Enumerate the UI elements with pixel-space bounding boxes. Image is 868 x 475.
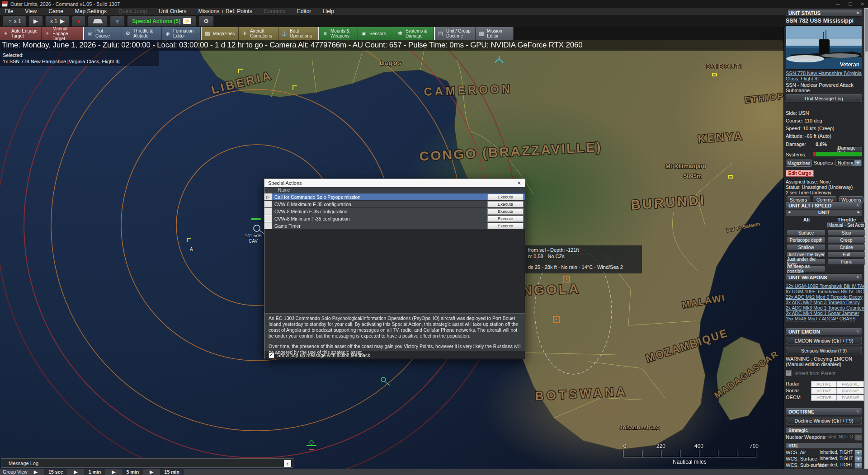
- damage-value: 0,0%: [816, 141, 827, 147]
- ribbon-manual-engage-target[interactable]: ⌖ ManualEngage Target: [42, 27, 83, 40]
- ribbon-unit-group-doctrine[interactable]: ▤ Unit / GroupDoctrine: [434, 27, 476, 40]
- throttle-full-button[interactable]: Full: [827, 251, 865, 258]
- jump-to-button[interactable]: ➤: [110, 16, 125, 27]
- ribbon-mounts-weapons[interactable]: ≡ Mounts &Weapons: [318, 27, 358, 40]
- wcs-surface-dropdown[interactable]: ▾: [854, 456, 862, 462]
- unit-status-header[interactable]: UNIT STATUS «: [786, 9, 862, 17]
- menu-file[interactable]: File: [5, 8, 13, 14]
- interval-1min-button[interactable]: 1 min: [84, 469, 105, 475]
- unit-emcon-header[interactable]: UNIT EMCON «: [786, 328, 862, 335]
- sonar-active-button[interactable]: ACTIVE: [811, 388, 837, 394]
- manual-set-auto-button[interactable]: Manual - Set Auto: [827, 222, 865, 228]
- play-button[interactable]: ▶: [28, 16, 43, 27]
- interval-5min-button[interactable]: 5 min: [122, 469, 143, 475]
- weapon-link[interactable]: 15x Mk48 Mod 7 ADCAP CBASS: [786, 316, 862, 321]
- doctrine-header[interactable]: DOCTRINE «: [786, 408, 862, 415]
- throttle-stop-button[interactable]: Stop: [827, 230, 865, 236]
- wcs-surface-value: Inherited, TIGHT: [820, 456, 853, 461]
- oecm-active-button[interactable]: ACTIVE: [811, 395, 837, 401]
- sonar-passive-button[interactable]: PASSIVE: [837, 388, 864, 394]
- ribbon-mission-editor[interactable]: ▥ MissionEditor: [476, 27, 514, 40]
- interval-15sec-button[interactable]: 15 sec: [44, 469, 67, 475]
- emcon-window-button[interactable]: EMCON Window (Ctrl + F9): [786, 337, 862, 344]
- menu-map-settings[interactable]: Map Settings: [75, 8, 107, 14]
- ribbon-plot-course[interactable]: ◎ Plot Course: [83, 27, 122, 40]
- radar-active-button[interactable]: ACTIVE: [811, 381, 837, 387]
- dialog-titlebar[interactable]: Special Actions ✕: [264, 179, 525, 187]
- wcs-subsurface-value: Inherited, TIGHT: [820, 462, 853, 467]
- step-button[interactable]: x 1 ▶: [45, 16, 70, 27]
- oecm-label: OECM: [786, 395, 801, 400]
- execute-button[interactable]: Execute: [487, 194, 524, 200]
- ribbon-aircraft-operations[interactable]: ✈ AircraftOperations: [239, 27, 278, 40]
- ribbon-auto-engage-target[interactable]: ⌖ Auto EngageTarget: [0, 27, 42, 40]
- record-button[interactable]: ●: [72, 16, 85, 27]
- time-compression-button[interactable]: ◔ x 1: [3, 16, 26, 27]
- expand-log-button[interactable]: ↑: [283, 460, 292, 467]
- edit-cargo-button[interactable]: Edit Cargo: [786, 170, 814, 177]
- close-icon[interactable]: ✕: [861, 1, 864, 6]
- ribbon-formation-editor[interactable]: ◈ FormationEditor: [162, 27, 201, 40]
- weapon-link[interactable]: 12x UGM-109E Tomahawk Blk IV TACTOM: [786, 283, 862, 289]
- menu-missions-ref-points[interactable]: Missions + Ref. Points: [198, 8, 252, 14]
- record-icon: ●: [77, 18, 80, 25]
- throttle-creep-button[interactable]: Creep: [827, 237, 865, 243]
- weapon-link[interactable]: 22x ADC Mk2 Mod 0 Torpedo Decoy: [786, 294, 862, 300]
- doctrine-window-button[interactable]: Doctrine Window (Ctrl + F9): [786, 417, 862, 424]
- weapon-link[interactable]: 8x UGM-109E Tomahawk Blk IV TACTOM: [786, 289, 862, 294]
- weapon-link[interactable]: 2x ADC Mk4 Mod 1 Sonar Jammer: [786, 310, 862, 316]
- oecm-passive-button[interactable]: PASSIVE: [837, 395, 864, 401]
- unit-message-log-button[interactable]: Unit Message Log: [786, 94, 862, 102]
- execute-button[interactable]: Execute: [487, 223, 524, 229]
- execute-button[interactable]: Execute: [487, 201, 524, 207]
- throttle-cruise-button[interactable]: Cruise: [827, 244, 865, 250]
- menu-help[interactable]: Help: [323, 8, 334, 14]
- menu-editor[interactable]: Editor: [297, 8, 311, 14]
- execute-button[interactable]: Execute: [487, 208, 524, 215]
- radar-passive-button[interactable]: PASSIVE: [837, 381, 864, 387]
- minimize-icon[interactable]: —: [835, 1, 840, 6]
- alt-deep-button[interactable]: As deep as possible: [787, 266, 826, 272]
- menu-game[interactable]: Game: [48, 8, 63, 14]
- gear-icon: ⚙: [125, 30, 131, 37]
- unit-class-link[interactable]: SSN 778 New Hampshire [Virginia Class, F…: [786, 71, 862, 81]
- group-view-button[interactable]: Group View: [3, 469, 28, 475]
- ribbon-throttle-altitude[interactable]: ⚙ Throttle &Altitude: [122, 27, 162, 40]
- supplies-dropdown[interactable]: Nothing ▾: [835, 160, 862, 166]
- interval-15min-button[interactable]: 15 min: [160, 469, 184, 475]
- special-action-row[interactable]: Game Timer Execute: [264, 222, 525, 230]
- menu-view[interactable]: View: [25, 8, 37, 14]
- unit-weapons-header[interactable]: UNIT WEAPONS «: [786, 273, 862, 281]
- unit-status-text: Status: Unassigned (Underway): [786, 184, 862, 190]
- magazines-button[interactable]: Magazines: [786, 160, 812, 167]
- special-action-row[interactable]: ▷ Call for Commando Solo Psyops mission …: [264, 193, 525, 201]
- unit-view-button[interactable]: [88, 16, 108, 27]
- alt-surface-button[interactable]: Surface: [787, 230, 826, 236]
- ribbon-magazines[interactable]: ▦ Magazines: [201, 27, 239, 40]
- scope-right-arrow[interactable]: ►: [857, 210, 861, 214]
- special-action-row[interactable]: CVW-8 Minimum F-35 configuration Execute: [264, 215, 525, 222]
- chevron-up-icon: «: [856, 410, 861, 413]
- settings-button[interactable]: ⚙: [198, 16, 214, 27]
- throttle-flank-button[interactable]: Flank: [827, 259, 865, 265]
- wcs-air-dropdown[interactable]: ▾: [854, 450, 862, 456]
- feedback-checkbox[interactable]: [269, 353, 274, 358]
- ribbon-boat-operations[interactable]: ⚓ BoatOperations: [278, 27, 318, 40]
- ribbon-systems-damage[interactable]: ✱ Systems &Damage: [394, 27, 434, 40]
- weapon-link[interactable]: 2x ADC Mk3 Mod 1 Torpedo Countermeasu: [786, 305, 862, 310]
- wcs-subsurface-dropdown[interactable]: ▾: [854, 462, 862, 469]
- alt-shallow-button[interactable]: Shallow: [787, 244, 826, 250]
- special-action-row[interactable]: CVW-8 Medium F-35 configuration Execute: [264, 208, 525, 215]
- ribbon-sensors[interactable]: ◉ Sensors: [358, 27, 394, 40]
- alt-periscope-button[interactable]: Periscope depth: [787, 237, 826, 243]
- dialog-close-icon[interactable]: ✕: [517, 180, 521, 186]
- unit-alt-speed-header[interactable]: UNIT ALT / SPEED «: [786, 202, 862, 209]
- special-actions-button[interactable]: Special Actions (5) ⚡: [127, 16, 196, 27]
- message-log-panel[interactable]: Message Log ↑: [1, 458, 293, 468]
- special-action-row[interactable]: CVW-8 Maximum F-35 configuration Execute: [264, 201, 525, 208]
- weapon-link[interactable]: 3x ADC Mk2 Mod 3 Torpedo Decoy: [786, 300, 862, 305]
- sensors-window-button[interactable]: Sensors Window (F9): [786, 347, 862, 354]
- menu-unit-orders[interactable]: Unit Orders: [159, 8, 186, 14]
- maximize-icon[interactable]: ▢: [848, 1, 852, 6]
- execute-button[interactable]: Execute: [487, 216, 524, 222]
